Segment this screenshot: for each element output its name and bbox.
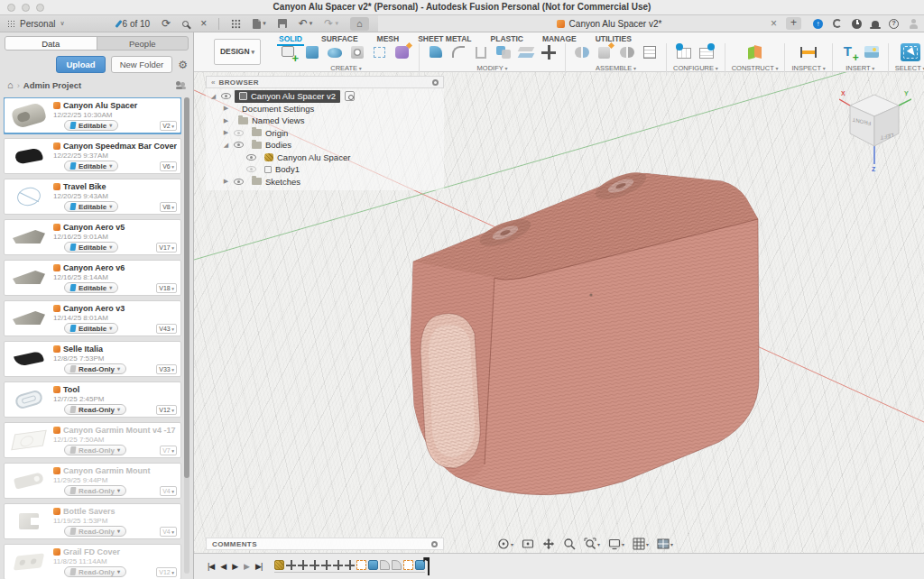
data-panel-item[interactable]: Canyon Alu Spacer 12/22/25 10:30AM Edita… [4,97,181,133]
canvas-icon[interactable] [862,43,882,61]
timeline-feature-sketch[interactable] [403,560,413,570]
search-icon[interactable] [182,21,189,27]
measure-icon[interactable] [799,43,818,61]
ribbon-group-label-inspect[interactable]: INSPECT [791,64,825,72]
create-form-icon[interactable] [393,43,412,61]
mesh-model[interactable] [411,167,759,495]
item-access-dropdown[interactable]: Editable [64,242,118,253]
expander-icon[interactable]: ◢ [209,93,217,100]
item-version-dropdown[interactable]: V8 [160,202,177,212]
timeline-feature-mesh-body[interactable] [274,560,284,570]
ribbon-group-label-insert[interactable]: INSERT [845,64,874,72]
item-access-dropdown[interactable]: Read-Only [64,363,126,374]
timeline-feature-move[interactable] [321,560,331,570]
visibility-eye-icon[interactable] [246,154,256,161]
ribbon-group-label-construct[interactable]: CONSTRUCT [732,64,779,72]
document-tab[interactable]: Canyon Alu Spacer v2* [557,19,662,29]
expander-icon[interactable]: ◢ [222,142,230,149]
split-body-icon[interactable] [516,43,536,61]
item-version-dropdown[interactable]: V33 [156,364,177,374]
item-version-dropdown[interactable]: V17 [156,243,177,253]
panel-handle-icon[interactable] [432,79,439,86]
playback-step-forward-button[interactable]: ▶ [244,562,249,571]
expander-icon[interactable]: ▶ [222,117,230,124]
browser-node-document-settings[interactable]: ▶Document Settings [206,103,444,115]
data-panel-item[interactable]: Bottle Savers 11/19/25 1:53PM Read-Only … [4,503,181,539]
redo-button[interactable]: ↷▾ [324,18,338,29]
item-version-dropdown[interactable]: V4 [160,527,177,537]
playback-step-back-button[interactable]: ◀ [220,562,226,571]
timeline-feature-move[interactable] [345,560,355,570]
history-icon[interactable] [852,19,862,29]
workspace-switcher[interactable]: Personal ∨ [0,19,65,29]
home-icon[interactable]: ⌂ [7,79,14,90]
shell-icon[interactable] [471,43,491,61]
data-panel-item[interactable]: Canyon Garmin Mount 11/29/25 9:44PM Read… [4,463,181,499]
tab-data[interactable]: Data [5,37,97,50]
data-panel-item[interactable]: Travel Bike 12/20/25 9:43AM Editable V8 [4,179,181,215]
profile-icon[interactable] [909,19,919,29]
data-panel-item[interactable]: Canyon Aero v6 12/16/25 8:14AM Editable … [4,260,181,296]
item-access-dropdown[interactable]: Read-Only [64,485,126,496]
visibility-eye-icon[interactable] [234,142,244,148]
browser-header[interactable]: « BROWSER [206,76,444,88]
item-access-dropdown[interactable]: Read-Only [64,566,126,577]
home-button[interactable]: ⌂ [350,17,369,31]
viewport[interactable]: X Y Z FRONT LEFT « BROWSER ◢Canyon Alu S… [194,72,924,553]
fit-icon[interactable]: ▾ [584,538,600,550]
help-icon[interactable] [889,19,899,29]
select-icon[interactable] [901,43,920,61]
timeline-feature-fillet[interactable] [392,560,402,570]
item-version-dropdown[interactable]: V2 [160,121,177,131]
item-access-dropdown[interactable]: Editable [64,161,118,171]
display-settings-icon[interactable]: ▾ [608,538,624,550]
close-search-icon[interactable]: × [200,18,207,29]
browser-node-sketches[interactable]: ▶Sketches [206,176,444,188]
item-version-dropdown[interactable]: V12 [156,405,177,415]
new-tab-button[interactable]: + [786,17,801,30]
bom-icon[interactable] [640,43,660,61]
combine-icon[interactable] [494,43,513,61]
item-access-dropdown[interactable]: Read-Only [64,404,126,415]
timeline-feature-sketch[interactable] [356,560,366,570]
grid-snaps-icon[interactable]: ▾ [633,538,649,550]
playback-play-button[interactable]: ▶ [232,562,237,571]
ribbon-group-label-select[interactable]: SELECT [895,64,924,72]
timeline-playhead[interactable] [428,558,430,575]
browser-node-canyon-alu-spacer-v2[interactable]: ◢Canyon Alu Spacer v2 [206,90,444,103]
item-version-dropdown[interactable]: V43 [156,324,177,334]
new-file-button[interactable]: ▾ [253,19,266,29]
timeline-feature-extrude[interactable] [368,560,378,570]
new-component-icon[interactable] [595,43,614,61]
ribbon-group-label-create[interactable]: CREATE [330,64,362,72]
item-version-dropdown[interactable]: V4 [160,486,177,496]
browser-node-origin[interactable]: ▶Origin [206,127,444,140]
close-tab-icon[interactable]: × [771,19,777,28]
fillet-icon[interactable] [448,43,468,61]
new-folder-button[interactable]: New Folder [111,56,173,73]
look-at-icon[interactable] [522,538,534,550]
orbit-icon[interactable]: ▾ [497,538,513,550]
pattern-icon[interactable] [370,43,390,61]
breadcrumb-project[interactable]: Admin Project [23,80,81,90]
design-workspace-menu[interactable]: DESIGN [214,39,261,65]
browser-node-bodies[interactable]: ◢Bodies [206,139,444,152]
item-version-dropdown[interactable]: V7 [160,446,177,455]
press-pull-icon[interactable] [426,43,446,61]
as-built-joint-icon[interactable] [617,43,637,61]
close-window-button[interactable] [7,4,15,12]
construction-plane-icon[interactable] [745,43,765,61]
browser-node-named-views[interactable]: ▶Named Views [206,115,444,127]
sync-icon[interactable]: ↑ [813,19,823,29]
data-panel-item[interactable]: Canyon Aero v3 12/14/25 8:01AM Editable … [4,300,181,336]
insert-derive-icon[interactable] [839,43,859,61]
browser-node-body1[interactable]: Body1 [206,163,444,176]
item-access-dropdown[interactable]: Read-Only [64,526,126,537]
revolve-icon[interactable] [325,43,345,61]
view-cube[interactable]: X Y Z FRONT LEFT [839,81,911,171]
expander-icon[interactable]: ▶ [222,178,230,185]
visibility-eye-icon[interactable] [234,130,244,136]
data-panel-item[interactable]: Canyon Aero v5 12/16/25 9:01AM Editable … [4,219,181,255]
visibility-eye-icon[interactable] [221,93,231,99]
move-copy-icon[interactable] [539,43,559,61]
